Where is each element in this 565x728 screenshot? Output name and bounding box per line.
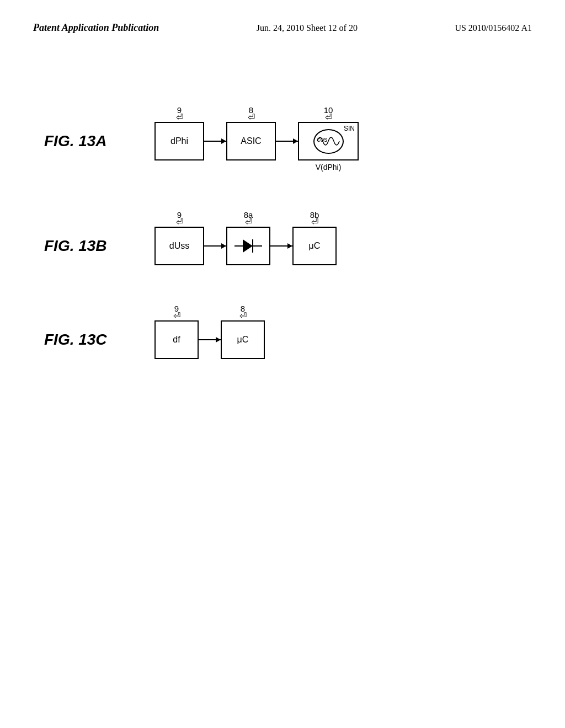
arrow-3 [204,245,226,247]
date-sheet-label: Jun. 24, 2010 Sheet 12 of 20 [257,23,358,33]
fig-13c-label: FIG. 13C [44,331,132,349]
vdphi-label: V(dPhi) [316,163,342,172]
svg-marker-1 [243,239,253,253]
cos-label: cos [317,136,328,143]
header-left: Patent Application Publication [33,22,159,34]
block-dphi: dPhi [154,122,204,160]
diode-svg [234,235,262,257]
main-content: FIG. 13A 9 ⏎ dPhi 8 ⏎ ASIC [0,34,565,359]
block-df: df [154,320,199,359]
block-diode [226,227,270,265]
publication-label: Patent Application Publication [33,22,159,33]
figure-13c-row: FIG. 13C 9 ⏎ df 8 ⏎ μC [44,320,521,359]
block-uc1-label: μC [309,241,321,251]
block-dphi-label: dPhi [170,136,188,146]
header-right: US 2010/0156402 A1 [455,23,532,33]
patent-number-label: US 2010/0156402 A1 [455,23,532,33]
arrow-4 [270,245,292,247]
sincos-inner: cos [313,129,344,154]
block-duss-label: dUss [169,241,189,251]
fig-13a-diagram: 9 ⏎ dPhi 8 ⏎ ASIC [154,122,359,160]
arrow-5 [199,339,221,340]
header-center: Jun. 24, 2010 Sheet 12 of 20 [257,23,358,33]
sin-label: SIN [344,125,355,132]
block-duss: dUss [154,227,204,265]
page-header: Patent Application Publication Jun. 24, … [0,0,565,34]
figure-13b-row: FIG. 13B 9 ⏎ dUss 8a ⏎ [44,227,521,265]
block-uc1: μC [292,227,337,265]
arrow-1 [204,141,226,142]
arrow-2 [276,141,298,142]
figure-13a-row: FIG. 13A 9 ⏎ dPhi 8 ⏎ ASIC [44,122,521,160]
block-uc2: μC [221,320,265,359]
fig-13b-label: FIG. 13B [44,237,132,255]
fig-13a-label: FIG. 13A [44,132,132,150]
block-df-label: df [173,335,180,345]
block-sincos: SIN cos V(dPhi) [298,122,359,160]
fig-13c-diagram: 9 ⏎ df 8 ⏎ μC [154,320,265,359]
block-uc2-label: μC [237,335,249,345]
block-asic-label: ASIC [241,136,261,146]
block-asic: ASIC [226,122,276,160]
fig-13b-diagram: 9 ⏎ dUss 8a ⏎ [154,227,337,265]
